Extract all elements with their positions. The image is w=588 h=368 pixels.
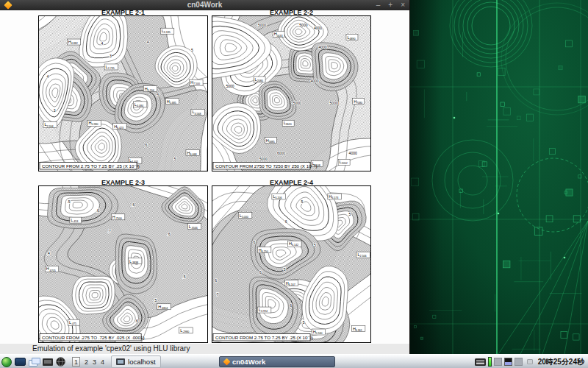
extremum-label-H: H5.980 xyxy=(87,120,101,126)
taskbar-clock[interactable]: 20時25分24秒 xyxy=(538,357,584,367)
terminal-icon[interactable] xyxy=(15,358,26,366)
extremum-label-H: H6.250 xyxy=(257,247,271,253)
contour-level-label: 5 xyxy=(284,267,286,272)
contour-level-label: .6 xyxy=(132,202,135,207)
maximize-button[interactable]: + xyxy=(388,0,392,10)
contour-level-label: 5000 xyxy=(330,101,338,105)
task-label: cn04Work xyxy=(232,358,265,366)
contour-level-label: 7 xyxy=(217,292,219,297)
contour-level-label: 6 xyxy=(290,303,292,308)
workspace-pager: 1 2 3 4 xyxy=(72,357,104,367)
suse-geeko-menu-icon[interactable] xyxy=(1,357,12,367)
contour-level-label: .6 xyxy=(135,319,138,323)
extremum-label-L: L5.206 xyxy=(272,194,286,199)
extremum-label-H: H6.423 xyxy=(113,124,127,130)
contour-level-label: 6 xyxy=(146,143,148,147)
workspace-1[interactable]: 1 xyxy=(72,357,80,367)
taskbar-left-cluster: 1 2 3 4 localhost xyxy=(1,355,161,368)
cpu-meter-icon[interactable] xyxy=(488,357,492,367)
contour-level-label: .5 xyxy=(154,298,157,302)
notification-icon[interactable] xyxy=(527,359,533,364)
contour-level-label: 4000 xyxy=(318,45,326,49)
extremum-label-L: L2080 xyxy=(254,77,265,82)
contour-level-label: 6 xyxy=(259,270,262,275)
minimize-button[interactable]: – xyxy=(376,0,381,10)
workspace-3[interactable]: 3 xyxy=(93,358,96,366)
extremum-label-L: L.475 xyxy=(68,319,80,325)
contour-level-label: 5 xyxy=(157,93,159,97)
extremum-label-L: L3.185 xyxy=(160,28,174,34)
extremum-label-H: H6.167 xyxy=(284,280,298,286)
windows-stack-icon[interactable] xyxy=(29,358,40,366)
window-title: cn04Work xyxy=(0,0,409,10)
extremum-label-L: L4.084 xyxy=(133,102,147,107)
extremum-label-L: L3.568 xyxy=(191,109,205,115)
task-label: localhost xyxy=(128,358,156,366)
svg-text:CONTOUR FROM 2.75 TO 7.25 BY .: CONTOUR FROM 2.75 TO 7.25 BY .25 (X 10⁻³… xyxy=(42,163,140,169)
close-button[interactable]: × xyxy=(401,0,405,10)
window-titlebar[interactable]: cn04Work – + × xyxy=(0,0,409,10)
contour-level-label: .6 xyxy=(168,232,171,236)
contour-level-label: 5000 xyxy=(226,84,234,88)
contour-plot-example-2-2: 5000500040004000500040005000500060005000… xyxy=(212,15,371,171)
svg-text:CONTOUR FROM .275 TO .725 BY .: CONTOUR FROM .275 TO .725 BY .025 (X .00… xyxy=(42,335,145,340)
contour-level-label: 5000 xyxy=(293,101,301,105)
extremum-label-L: L2.506 xyxy=(356,252,370,258)
extremum-label-H: H.7500 xyxy=(111,214,125,220)
task-button-localhost[interactable]: localhost xyxy=(111,355,161,368)
extremum-label-L: L.3566 xyxy=(187,224,201,230)
contour-level-label: 3 xyxy=(54,108,56,113)
contour-level-label: .6 xyxy=(96,208,99,213)
diamond-icon xyxy=(223,358,231,366)
extremum-label-H: H7.500 xyxy=(190,79,204,85)
contour-level-label: 4000 xyxy=(314,26,322,30)
contour-field: 5000500040004000500040005000500060005000… xyxy=(212,15,371,171)
tray-square-icon[interactable] xyxy=(494,358,502,366)
contour-level-label: .7 xyxy=(108,229,111,233)
extremum-label-L: L3.994 xyxy=(257,307,271,313)
status-line: Emulation of example 'cpex02' using HLU … xyxy=(0,344,409,354)
contour-field: 443435565H4.882L3.185L2.735H7.500H5.204L… xyxy=(38,15,208,171)
extremum-label-H: H5.204 xyxy=(143,86,157,92)
extremum-label-H: H6.142 xyxy=(288,241,302,247)
extremum-label-L: L2.594 xyxy=(43,121,57,127)
keyboard-icon[interactable] xyxy=(475,358,486,366)
extremum-label-L: L5.000 xyxy=(238,213,252,219)
app-window: cn04Work – + × EXAMPLE 2-1 EXAMPLE 2-2 E… xyxy=(0,0,410,354)
monitor-icon xyxy=(116,358,125,365)
contour-info-box: CONTOUR FROM .275 TO .725 BY .025 (X .00… xyxy=(40,334,145,342)
contour-info-box: CONTOUR FROM 2.75 TO 7.25 BY .25 (X 10⁻³… xyxy=(40,163,140,170)
task-button-cn04work[interactable]: cn04Work xyxy=(219,356,335,367)
contour-level-label: 5 xyxy=(174,157,176,161)
contour-level-label: 5000 xyxy=(299,23,307,27)
contour-level-label: 4 xyxy=(47,74,49,79)
contour-level-label: 5 xyxy=(303,320,305,325)
extremum-label-H: H6.361 xyxy=(351,326,365,332)
extremum-label-H: H5.685 xyxy=(165,99,179,105)
contour-level-label: 5 xyxy=(191,48,193,52)
globe-icon[interactable] xyxy=(56,357,65,367)
tray-square-icon[interactable] xyxy=(514,358,523,366)
extremum-label-L: L2052 xyxy=(338,159,350,165)
extremum-label-L: L.2980 xyxy=(179,328,193,333)
svg-text:CONTOUR FROM 2750 TO 7250 BY 2: CONTOUR FROM 2750 TO 7250 BY 250 (X 10⁻⁶… xyxy=(215,163,317,169)
contour-level-label: 3 xyxy=(110,54,112,58)
contour-level-label: 5 xyxy=(314,243,316,247)
contour-level-label: 6 xyxy=(215,278,217,283)
extremum-label-H: H.6804 xyxy=(157,304,171,310)
workspace-2[interactable]: 2 xyxy=(85,358,88,366)
display-icon[interactable] xyxy=(43,358,53,366)
extremum-label-H: H5.940 xyxy=(312,329,326,335)
contour-plot-example-2-1: 443435565H4.882L3.185L2.735H7.500H5.204L… xyxy=(38,15,208,171)
contour-level-label: .5 xyxy=(67,199,70,204)
contour-field: 56656567655L5.206H6.573L5.000H6.250H6.14… xyxy=(212,185,371,343)
extremum-label-H: H5885 xyxy=(265,138,276,144)
workspace-4[interactable]: 4 xyxy=(101,358,104,366)
extremum-label-L: L3620 xyxy=(282,120,294,126)
contour-plot-example-2-3: .5.6.7.6.4.5.5.6.6L.453H.7500L.3566L.383… xyxy=(38,185,208,343)
tray-split-square-icon[interactable] xyxy=(504,358,512,366)
window-controls: – + × xyxy=(376,0,405,10)
desktop-wallpaper xyxy=(410,0,588,354)
contour-level-label: 6 xyxy=(285,219,287,224)
contour-info-box: CONTOUR FROM 2.75 TO 7.25 BY .25 (X 10⁻³… xyxy=(213,334,313,342)
